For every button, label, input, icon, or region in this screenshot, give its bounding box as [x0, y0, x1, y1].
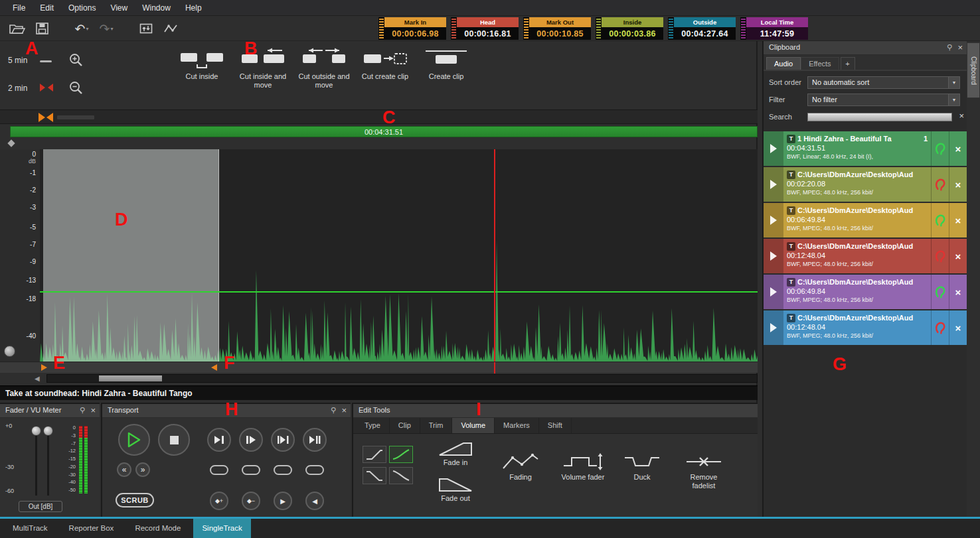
remove-item-button[interactable]: ×: [949, 310, 967, 345]
add-marker-button[interactable]: ◆+: [210, 492, 228, 510]
clipboard-side-tab[interactable]: Clipboard: [967, 42, 980, 98]
fader-knob-right[interactable]: [43, 426, 53, 436]
zoom-preset-2min[interactable]: 2 min: [8, 84, 27, 93]
fader-track[interactable]: [47, 429, 49, 496]
tab-multitrack[interactable]: MultiTrack: [4, 519, 56, 538]
fade-in-button[interactable]: Fade in: [428, 439, 483, 467]
cut-outside-and-move-button[interactable]: Cut outside and move: [293, 46, 355, 90]
menu-edit[interactable]: Edit: [33, 0, 61, 16]
waveform-plot[interactable]: [40, 149, 758, 362]
tab-volume[interactable]: Volume: [452, 418, 495, 433]
loop-button[interactable]: [210, 465, 228, 475]
mark-out-handle-icon[interactable]: [211, 364, 217, 371]
zoom-out-button[interactable]: [68, 80, 85, 97]
tab-clip[interactable]: Clip: [390, 418, 420, 433]
pin-icon[interactable]: ⚲: [80, 406, 85, 415]
play-button[interactable]: [118, 424, 150, 456]
redo-button[interactable]: ↷ ▾: [98, 20, 114, 37]
remove-item-button[interactable]: ×: [949, 275, 967, 309]
close-icon[interactable]: ×: [90, 405, 96, 416]
menu-view[interactable]: View: [103, 0, 135, 16]
fade-out-button[interactable]: Fade out: [428, 475, 483, 503]
tab-record-mode[interactable]: Record Mode: [126, 519, 189, 538]
prelisten-ear-button[interactable]: [931, 131, 949, 166]
tab-markers[interactable]: Markers: [495, 418, 539, 433]
prelisten-play-button[interactable]: [764, 310, 783, 345]
fade-in-linear-button[interactable]: [363, 446, 386, 463]
prelisten-play-button[interactable]: [764, 203, 783, 237]
clipboard-item[interactable]: T C:\Users\DbmAzure\Desktop\Aud 00:12:48…: [764, 310, 967, 345]
fade-in-curve-button[interactable]: [389, 446, 413, 463]
rewind-button[interactable]: «: [117, 462, 131, 477]
fading-button[interactable]: Fading: [494, 452, 547, 482]
menu-file[interactable]: File: [5, 0, 33, 16]
scrollbar-track[interactable]: [46, 374, 758, 383]
loop-button[interactable]: [305, 465, 324, 475]
tab-reporter-box[interactable]: Reporter Box: [60, 519, 123, 538]
scrub-button[interactable]: SCRUB: [116, 493, 154, 507]
fader-track[interactable]: [35, 429, 37, 496]
waveform-selection[interactable]: [43, 149, 219, 362]
filter-dropdown[interactable]: No filter ▼: [807, 94, 960, 106]
remove-marker-button[interactable]: ◆−: [242, 492, 260, 510]
play-from-button[interactable]: [239, 428, 263, 452]
transfer-button[interactable]: [138, 20, 154, 37]
search-input[interactable]: [807, 113, 952, 121]
close-icon[interactable]: ×: [341, 405, 347, 416]
volume-fader-button[interactable]: Volume fader: [552, 452, 613, 482]
volume-envelope-line[interactable]: [40, 291, 758, 293]
prelisten-ear-button[interactable]: [931, 203, 949, 237]
play-selection-button[interactable]: [271, 428, 295, 452]
previous-marker-button[interactable]: ◀: [305, 492, 324, 510]
fader-knob-left[interactable]: [31, 426, 41, 436]
tab-type[interactable]: Type: [356, 418, 390, 433]
clipboard-item[interactable]: T C:\Users\DbmAzure\Desktop\Aud 00:02:20…: [764, 167, 967, 202]
pin-icon[interactable]: ⚲: [331, 406, 336, 415]
overview-bar[interactable]: 00:04:31.51: [10, 126, 758, 137]
prelisten-play-button[interactable]: [764, 239, 783, 273]
undo-button[interactable]: ↶ ▾: [74, 20, 90, 37]
save-button[interactable]: [34, 20, 50, 37]
menu-options[interactable]: Options: [61, 0, 103, 16]
remove-item-button[interactable]: ×: [949, 203, 967, 237]
clear-search-icon[interactable]: ×: [959, 111, 964, 121]
fade-out-linear-button[interactable]: [363, 467, 386, 484]
loop-button[interactable]: [274, 465, 292, 475]
prelisten-ear-button[interactable]: [931, 167, 949, 202]
scrollbar-thumb[interactable]: [99, 375, 162, 381]
remove-fadelist-button[interactable]: Remove fadelist: [673, 452, 734, 490]
tab-shift[interactable]: Shift: [539, 418, 572, 433]
zoom-slider[interactable]: [40, 60, 52, 62]
remove-item-button[interactable]: ×: [949, 239, 967, 273]
stop-button[interactable]: [158, 424, 190, 456]
pin-icon[interactable]: ⚲: [947, 43, 952, 52]
scroll-left-icon[interactable]: ◀: [35, 375, 40, 382]
remove-item-button[interactable]: ×: [949, 131, 967, 166]
menu-help[interactable]: Help: [178, 0, 209, 16]
duck-button[interactable]: Duck: [617, 452, 667, 482]
next-marker-button[interactable]: ▶: [274, 492, 292, 510]
play-to-button[interactable]: [207, 428, 231, 452]
zoom-to-marks-button[interactable]: [39, 80, 54, 96]
envelope-tool-button[interactable]: [163, 20, 179, 37]
clipboard-item[interactable]: T C:\Users\DbmAzure\Desktop\Aud 00:06:49…: [764, 275, 967, 309]
sort-order-dropdown[interactable]: No automatic sort ▼: [807, 76, 960, 89]
forward-button[interactable]: »: [135, 462, 150, 477]
prelisten-ear-button[interactable]: [931, 239, 949, 273]
cut-create-clip-button[interactable]: Cut create clip: [355, 46, 416, 90]
prelisten-play-button[interactable]: [764, 131, 783, 166]
zoom-preset-5min[interactable]: 5 min: [8, 56, 27, 65]
play-around-button[interactable]: [303, 428, 327, 452]
clipboard-item[interactable]: T C:\Users\DbmAzure\Desktop\Aud 00:06:49…: [764, 203, 967, 237]
scale-knob[interactable]: [4, 346, 15, 357]
mark-in-handle-icon[interactable]: [41, 364, 47, 371]
menu-window[interactable]: Window: [135, 0, 178, 16]
close-icon[interactable]: ×: [957, 42, 963, 53]
open-file-button[interactable]: [9, 20, 25, 37]
loop-button[interactable]: [242, 465, 260, 475]
tab-effects[interactable]: Effects: [801, 57, 839, 70]
remove-item-button[interactable]: ×: [949, 167, 967, 202]
fade-out-curve-button[interactable]: [389, 467, 413, 484]
prelisten-play-button[interactable]: [764, 167, 783, 202]
cut-inside-button[interactable]: Cut inside: [171, 46, 232, 90]
